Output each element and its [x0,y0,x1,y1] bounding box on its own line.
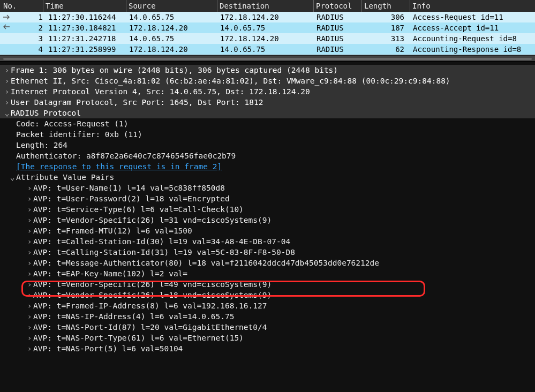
col-header-no[interactable]: No. [0,0,43,12]
packet-rows: 1 11:27:30.116244 14.0.65.75 172.18.124.… [0,12,535,55]
field-code[interactable]: Code: Access-Request (1) [0,118,535,129]
avp-label: AVP: t=NAS-Port-Type(61) l=6 val=Etherne… [33,333,244,343]
table-row[interactable]: 3 11:27:31.242718 14.0.65.75 172.18.124.… [0,33,535,44]
packet-list-header: No. Time Source Destination Protocol Len… [0,0,535,12]
collapse-toggle-icon[interactable]: ⌄ [3,108,11,118]
expand-toggle-icon[interactable]: › [26,183,33,193]
avp-label: AVP: t=NAS-IP-Address(4) l=6 val=14.0.65… [33,311,234,322]
tree-label: Ethernet II, Src: Cisco_4a:81:02 (6c:b2:… [11,76,450,86]
table-row[interactable]: 4 11:27:31.258999 172.18.124.20 14.0.65.… [0,44,535,55]
avp-label: AVP: t=EAP-Key-Name(102) l=2 val= [33,268,187,279]
avp-item[interactable]: ›AVP: t=NAS-Port(5) l=6 val=50104 [0,343,535,354]
avp-item[interactable]: ›AVP: t=NAS-IP-Address(4) l=6 val=14.0.6… [0,311,535,322]
avp-label: AVP: t=NAS-Port(5) l=6 val=50104 [33,343,183,354]
col-header-destination[interactable]: Destination [217,0,313,12]
tree-item-avps[interactable]: ⌄ Attribute Value Pairs [0,172,535,183]
field-authenticator[interactable]: Authenticator: a8f87e2a6e40c7c87465456fa… [0,150,535,161]
expand-toggle-icon[interactable]: › [26,300,33,311]
tree-item-frame[interactable]: › Frame 1: 306 bytes on wire (2448 bits)… [0,65,535,76]
avp-label: AVP: t=Vendor-Specific(26) l=49 vnd=cisc… [33,279,272,290]
tree-item-ip[interactable]: › Internet Protocol Version 4, Src: 14.0… [0,86,535,97]
avp-item[interactable]: ›AVP: t=Vendor-Specific(26) l=49 vnd=cis… [0,279,535,290]
avp-item[interactable]: ›AVP: t=EAP-Key-Name(102) l=2 val= [0,268,535,279]
avp-item[interactable]: ›AVP: t=Calling-Station-Id(31) l=19 val=… [0,247,535,258]
field-length[interactable]: Length: 264 [0,140,535,150]
tree-label: RADIUS Protocol [11,108,81,118]
tree-label: Frame 1: 306 bytes on wire (2448 bits), … [11,65,338,76]
avp-label: AVP: t=Service-Type(6) l=6 val=Call-Chec… [33,204,244,215]
expand-toggle-icon[interactable]: › [26,204,33,215]
avp-item[interactable]: ›AVP: t=Called-Station-Id(30) l=19 val=3… [0,236,535,247]
expand-toggle-icon[interactable]: › [26,279,33,290]
avp-item[interactable]: ›AVP: t=NAS-Port-Id(87) l=20 val=Gigabit… [0,322,535,333]
packet-details-panel: › Frame 1: 306 bytes on wire (2448 bits)… [0,62,535,354]
tree-label: Internet Protocol Version 4, Src: 14.0.6… [11,86,310,97]
expand-toggle-icon[interactable]: › [26,225,33,236]
tree-label: User Datagram Protocol, Src Port: 1645, … [11,97,263,108]
col-header-time[interactable]: Time [43,0,126,12]
expand-toggle-icon[interactable]: › [26,290,33,300]
avp-item[interactable]: ›AVP: t=Service-Type(6) l=6 val=Call-Che… [0,204,535,215]
expand-toggle-icon[interactable]: › [26,193,33,204]
expand-toggle-icon[interactable]: › [3,76,11,86]
tree-item-udp[interactable]: › User Datagram Protocol, Src Port: 1645… [0,97,535,108]
packet-list-panel: No. Time Source Destination Protocol Len… [0,0,535,55]
col-header-info[interactable]: Info [410,0,535,12]
avp-item[interactable]: ›AVP: t=NAS-Port-Type(61) l=6 val=Ethern… [0,333,535,343]
avp-label: AVP: t=Called-Station-Id(30) l=19 val=34… [33,236,290,247]
expand-toggle-icon[interactable]: › [3,97,11,108]
expand-toggle-icon[interactable]: › [3,65,11,76]
col-header-source[interactable]: Source [126,0,217,12]
avp-item[interactable]: ›AVP: t=Vendor-Specific(26) l=31 vnd=cis… [0,215,535,225]
field-packet-identifier[interactable]: Packet identifier: 0xb (11) [0,129,535,140]
avp-item[interactable]: ›AVP: t=Framed-MTU(12) l=6 val=1500 [0,225,535,236]
col-header-protocol[interactable]: Protocol [313,0,361,12]
expand-toggle-icon[interactable]: › [26,333,33,343]
avp-item[interactable]: ›AVP: t=Vendor-Specific(26) l=18 vnd=cis… [0,290,535,300]
expand-toggle-icon[interactable]: › [26,236,33,247]
table-row[interactable]: 2 11:27:30.184821 172.18.124.20 14.0.65.… [0,22,535,33]
tree-label: Attribute Value Pairs [16,172,114,183]
expand-toggle-icon[interactable]: › [26,322,33,333]
expand-toggle-icon[interactable]: › [3,86,11,97]
avp-item[interactable]: ›AVP: t=User-Password(2) l=18 val=Encryp… [0,193,535,204]
avp-item[interactable]: ›AVP: t=Framed-IP-Address(8) l=6 val=192… [0,300,535,311]
tree-item-ethernet[interactable]: › Ethernet II, Src: Cisco_4a:81:02 (6c:b… [0,76,535,86]
avp-label: AVP: t=Calling-Station-Id(31) l=19 val=5… [33,247,295,258]
avp-label: AVP: t=Framed-IP-Address(8) l=6 val=192.… [33,300,267,311]
expand-toggle-icon[interactable]: › [26,247,33,258]
expand-toggle-icon[interactable]: › [26,343,33,354]
arrow-left-icon [2,22,11,31]
col-header-length[interactable]: Length [361,0,410,12]
arrow-right-icon [2,13,11,21]
avp-label: AVP: t=NAS-Port-Id(87) l=20 val=GigabitE… [33,322,267,333]
avp-item[interactable]: ›AVP: t=User-Name(1) l=14 val=5c838ff850… [0,183,535,193]
avp-label: AVP: t=User-Password(2) l=18 val=Encrypt… [33,193,230,204]
avp-label: AVP: t=User-Name(1) l=14 val=5c838ff850d… [33,183,225,193]
pane-splitter[interactable] [0,55,535,62]
avp-label: AVP: t=Vendor-Specific(26) l=31 vnd=cisc… [33,215,272,225]
avp-label: AVP: t=Vendor-Specific(26) l=18 vnd=cisc… [33,290,272,300]
table-row[interactable]: 1 11:27:30.116244 14.0.65.75 172.18.124.… [0,12,535,22]
field-response-reference[interactable]: [The response to this request is in fram… [0,161,535,172]
avp-label: AVP: t=Message-Authenticator(80) l=18 va… [33,258,379,268]
related-packet-indicator [2,13,11,31]
expand-toggle-icon[interactable]: › [26,268,33,279]
expand-toggle-icon[interactable]: › [26,258,33,268]
avp-label: AVP: t=Framed-MTU(12) l=6 val=1500 [33,225,192,236]
collapse-toggle-icon[interactable]: ⌄ [9,172,16,183]
tree-item-radius[interactable]: ⌄ RADIUS Protocol [0,108,535,118]
expand-toggle-icon[interactable]: › [26,311,33,322]
avp-item[interactable]: ›AVP: t=Message-Authenticator(80) l=18 v… [0,258,535,268]
expand-toggle-icon[interactable]: › [26,215,33,225]
